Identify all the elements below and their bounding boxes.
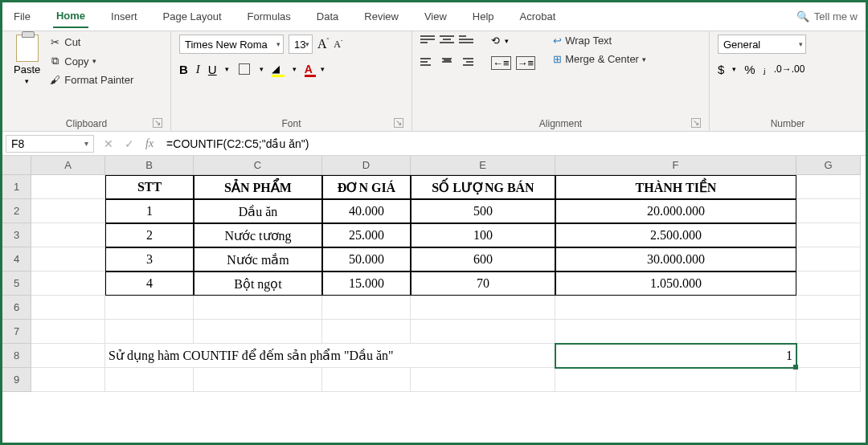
row-header-6[interactable]: 6 — [2, 296, 31, 320]
wrap-text-button[interactable]: ↩ Wrap Text — [553, 35, 646, 47]
cell[interactable]: 15.000 — [322, 271, 411, 296]
cell[interactable]: 1.050.000 — [555, 271, 796, 296]
cell[interactable]: 70 — [411, 271, 555, 296]
cell[interactable] — [31, 296, 105, 320]
cut-button[interactable]: ✂ Cut — [48, 36, 133, 48]
cell[interactable]: 20.000.000 — [555, 199, 796, 223]
orientation-button[interactable]: ⟲ — [491, 35, 500, 47]
col-header-d[interactable]: D — [322, 156, 411, 175]
name-box[interactable]: F8 — [6, 135, 94, 153]
cell[interactable] — [411, 368, 555, 392]
cell[interactable] — [796, 271, 861, 296]
fx-icon[interactable]: fx — [145, 137, 154, 150]
cell[interactable] — [796, 223, 861, 247]
dialog-launcher-icon[interactable]: ↘ — [153, 118, 162, 128]
select-all-corner[interactable] — [2, 156, 31, 175]
tab-help[interactable]: Help — [469, 6, 497, 27]
align-middle-button[interactable] — [440, 35, 454, 47]
active-cell[interactable]: 1 — [555, 344, 796, 368]
font-color-button[interactable]: A — [305, 63, 313, 76]
cell[interactable]: THÀNH TIỀN — [555, 175, 796, 199]
col-header-b[interactable]: B — [105, 156, 194, 175]
cell[interactable] — [796, 344, 861, 368]
row-header-3[interactable]: 3 — [2, 223, 31, 247]
chevron-down-icon[interactable]: ▾ — [505, 37, 509, 45]
tab-insert[interactable]: Insert — [108, 6, 141, 27]
bold-button[interactable]: B — [179, 63, 188, 76]
font-size-dropdown[interactable]: 13 — [289, 35, 313, 54]
chevron-down-icon[interactable]: ▾ — [732, 65, 736, 73]
dialog-launcher-icon[interactable]: ↘ — [394, 118, 403, 128]
align-top-button[interactable] — [420, 35, 435, 47]
cell[interactable] — [322, 320, 411, 344]
row-header-4[interactable]: 4 — [2, 247, 31, 271]
cell[interactable]: 100 — [411, 223, 555, 247]
cell[interactable] — [194, 296, 322, 320]
row-header-2[interactable]: 2 — [2, 199, 31, 223]
percent-button[interactable]: % — [744, 63, 755, 76]
shrink-font-button[interactable]: Aˇ — [334, 39, 342, 51]
cell[interactable]: SỐ LƯỢNG BÁN — [411, 175, 555, 199]
cell[interactable] — [31, 175, 105, 199]
align-center-button[interactable] — [440, 58, 454, 69]
merge-center-button[interactable]: ⊞ Merge & Center ▾ — [553, 53, 646, 65]
cell[interactable]: 30.000.000 — [555, 247, 796, 271]
cell[interactable] — [555, 368, 796, 392]
accept-formula-icon[interactable]: ✓ — [125, 137, 134, 150]
cell[interactable]: Nước tương — [194, 223, 322, 247]
cell[interactable] — [796, 320, 861, 344]
cell[interactable]: 50.000 — [322, 247, 411, 271]
row-header-7[interactable]: 7 — [2, 320, 31, 344]
cell[interactable] — [322, 368, 411, 392]
cell[interactable]: Nước mắm — [194, 247, 322, 271]
cell[interactable]: ĐƠN GIÁ — [322, 175, 411, 199]
cell[interactable] — [105, 368, 194, 392]
cell[interactable]: Dầu ăn — [194, 199, 322, 223]
cell[interactable]: 600 — [411, 247, 555, 271]
cell[interactable] — [31, 344, 105, 368]
tab-home[interactable]: Home — [53, 5, 88, 28]
chevron-down-icon[interactable]: ▾ — [92, 57, 96, 65]
chevron-down-icon[interactable]: ▾ — [260, 65, 264, 73]
format-painter-button[interactable]: 🖌 Format Painter — [48, 74, 133, 86]
paste-button[interactable]: Paste ▾ — [10, 35, 43, 85]
col-header-e[interactable]: E — [411, 156, 555, 175]
cell[interactable] — [31, 199, 105, 223]
tab-pagelayout[interactable]: Page Layout — [160, 6, 225, 27]
number-format-dropdown[interactable]: General — [718, 35, 806, 54]
cell[interactable] — [796, 199, 861, 223]
grow-font-button[interactable]: Aˆ — [317, 37, 329, 51]
cell[interactable]: 4 — [105, 271, 194, 296]
cell[interactable]: 3 — [105, 247, 194, 271]
cell[interactable] — [31, 271, 105, 296]
chevron-down-icon[interactable]: ▾ — [225, 65, 229, 73]
row-header-5[interactable]: 5 — [2, 271, 31, 296]
fill-color-button[interactable]: ◢ — [272, 63, 285, 76]
chevron-down-icon[interactable]: ▾ — [293, 65, 297, 73]
col-header-f[interactable]: F — [555, 156, 796, 175]
cell[interactable]: 25.000 — [322, 223, 411, 247]
align-bottom-button[interactable] — [459, 35, 473, 47]
tab-data[interactable]: Data — [313, 6, 342, 27]
cell[interactable] — [31, 247, 105, 271]
cell[interactable] — [796, 296, 861, 320]
cell[interactable] — [796, 247, 861, 271]
decrease-indent-button[interactable]: ←≡ — [491, 56, 511, 70]
cell[interactable]: STT — [105, 175, 194, 199]
chevron-down-icon[interactable]: ▾ — [25, 77, 29, 85]
cell[interactable]: 2.500.000 — [555, 223, 796, 247]
chevron-down-icon[interactable]: ▾ — [642, 55, 646, 63]
cell[interactable] — [411, 296, 555, 320]
cell[interactable] — [796, 368, 861, 392]
cell[interactable]: 1 — [105, 199, 194, 223]
tab-view[interactable]: View — [421, 6, 450, 27]
underline-button[interactable]: U — [208, 63, 217, 76]
currency-button[interactable]: $ — [718, 63, 724, 76]
cell[interactable] — [31, 223, 105, 247]
cell[interactable] — [555, 296, 796, 320]
cell[interactable]: Sử dụng hàm COUNTIF để đếm sản phẩm "Dầu… — [105, 344, 555, 368]
col-header-a[interactable]: A — [31, 156, 105, 175]
cell[interactable] — [105, 320, 194, 344]
cell[interactable] — [411, 320, 555, 344]
tab-file[interactable]: File — [10, 6, 34, 27]
